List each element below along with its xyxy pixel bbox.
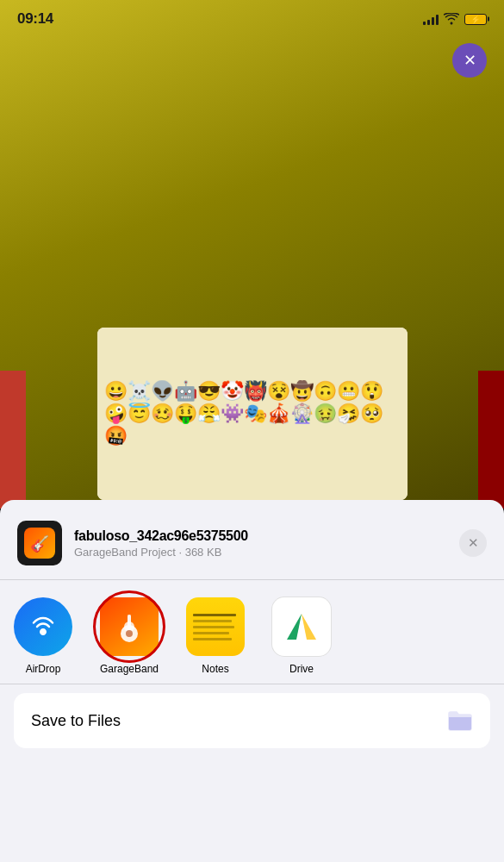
svg-text:🎸: 🎸 (30, 534, 50, 553)
svg-marker-9 (302, 614, 316, 640)
battery-indicator: ⚡ (464, 14, 487, 25)
close-icon: ✕ (464, 53, 476, 68)
share-app-notes[interactable]: Notes (172, 597, 258, 675)
side-strip-right (478, 371, 504, 509)
side-strip-left (0, 371, 26, 509)
file-meta: GarageBand Project · 368 KB (74, 546, 447, 559)
divider-2 (0, 684, 504, 684)
file-info-row: 🎸 fabuloso_342ac96e5375500 GarageBand Pr… (0, 514, 504, 579)
status-bar: 09:14 ⚡ (0, 0, 504, 38)
app-share-row: AirDrop (0, 580, 504, 684)
svg-point-7 (126, 630, 133, 637)
notes-icon (186, 597, 245, 656)
folder-icon (447, 709, 473, 733)
share-app-garageband[interactable]: GarageBand (86, 597, 172, 675)
close-button[interactable]: ✕ (452, 43, 487, 78)
garageband-icon (100, 597, 159, 656)
file-name: fabuloso_342ac96e5375500 (74, 528, 447, 544)
share-app-drive[interactable]: Drive (258, 597, 345, 675)
status-time: 09:14 (17, 10, 53, 28)
file-thumb-icon: 🎸 (24, 528, 55, 559)
save-to-files-label: Save to Files (31, 712, 121, 730)
background-image: 😀☠️👽🤖😎🤡👹😵🤠🙃😬😲🤪😇🥴🤑😤👾🎭🎪🎡🤢🤧🥺🤬 (0, 0, 504, 509)
sheet-close-icon: ✕ (468, 535, 479, 551)
airdrop-icon (14, 597, 72, 656)
file-thumbnail: 🎸 (17, 521, 62, 565)
svg-marker-8 (287, 614, 302, 640)
save-to-files-row[interactable]: Save to Files (14, 693, 490, 748)
file-info-text: fabuloso_342ac96e5375500 GarageBand Proj… (74, 528, 447, 559)
drive-label: Drive (289, 663, 314, 675)
airdrop-label: AirDrop (26, 663, 61, 675)
sheet-close-button[interactable]: ✕ (459, 529, 487, 557)
wifi-icon (444, 13, 459, 25)
drive-icon (272, 597, 331, 656)
status-icons: ⚡ (423, 13, 487, 25)
garageband-label: GarageBand (100, 663, 159, 675)
album-art-image: 😀☠️👽🤖😎🤡👹😵🤠🙃😬😲🤪😇🥴🤑😤👾🎭🎪🎡🤢🤧🥺🤬 (97, 328, 408, 500)
share-sheet: 🎸 fabuloso_342ac96e5375500 GarageBand Pr… (0, 500, 504, 862)
notes-label: Notes (202, 663, 228, 675)
signal-icon (423, 13, 439, 25)
share-app-airdrop[interactable]: AirDrop (0, 597, 86, 675)
